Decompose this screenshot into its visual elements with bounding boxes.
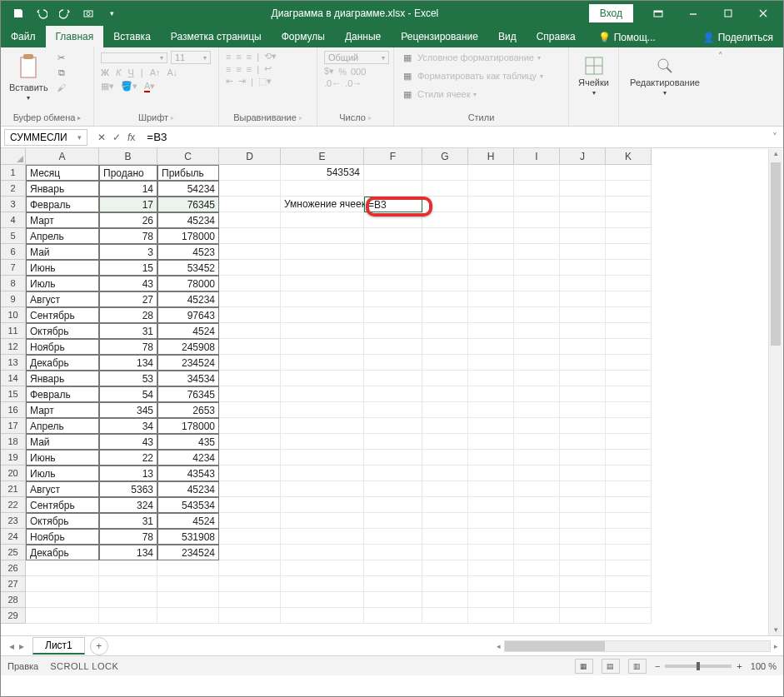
- cell[interactable]: 134: [99, 355, 157, 371]
- cell[interactable]: [606, 545, 652, 560]
- row-header[interactable]: 25: [1, 545, 26, 560]
- horizontal-scrollbar[interactable]: [504, 640, 771, 652]
- cell[interactable]: [219, 402, 281, 418]
- cell[interactable]: Июнь: [26, 450, 99, 465]
- cell[interactable]: [560, 481, 606, 497]
- cell[interactable]: 15: [99, 260, 157, 276]
- formula-input[interactable]: [142, 129, 767, 145]
- cell[interactable]: [281, 418, 364, 434]
- tab-pagelayout[interactable]: Разметка страницы: [161, 26, 272, 47]
- cell[interactable]: 78: [99, 339, 157, 355]
- column-header[interactable]: B: [99, 148, 157, 165]
- cell[interactable]: [219, 371, 281, 386]
- spreadsheet-grid[interactable]: ABCDEFGHIJK 1МесяцПроданоПрибыль5435342Я…: [1, 148, 783, 635]
- cell[interactable]: [560, 529, 606, 545]
- cell[interactable]: [281, 465, 364, 481]
- cell[interactable]: Октябрь: [26, 513, 99, 529]
- row-header[interactable]: 8: [1, 276, 26, 291]
- column-header[interactable]: G: [422, 148, 468, 165]
- cell[interactable]: [514, 323, 560, 339]
- cell[interactable]: 78: [99, 529, 157, 545]
- cell[interactable]: 234524: [157, 545, 219, 560]
- redo-icon[interactable]: [56, 4, 74, 22]
- cell[interactable]: [606, 260, 652, 276]
- percent-icon[interactable]: %: [338, 67, 347, 77]
- cell[interactable]: [364, 434, 422, 450]
- cell-styles-button[interactable]: ▦Стили ячеек▾: [401, 87, 477, 101]
- cell[interactable]: [468, 608, 514, 624]
- cell[interactable]: [560, 276, 606, 291]
- cell[interactable]: [468, 260, 514, 276]
- cell[interactable]: [468, 497, 514, 513]
- cell[interactable]: [157, 608, 219, 624]
- vertical-scrollbar[interactable]: ▴ ▾: [768, 149, 782, 635]
- cell[interactable]: [606, 197, 652, 212]
- cell[interactable]: [560, 355, 606, 371]
- cell[interactable]: 34534: [157, 371, 219, 386]
- hscroll-right-icon[interactable]: ▸: [774, 642, 778, 650]
- cell[interactable]: [219, 592, 281, 608]
- row-header[interactable]: 21: [1, 481, 26, 497]
- merge-icon[interactable]: ⬚▾: [258, 76, 272, 87]
- cell[interactable]: [514, 165, 560, 181]
- cell[interactable]: 4523: [157, 244, 219, 260]
- cell[interactable]: 13: [99, 465, 157, 481]
- align-center-icon[interactable]: ≡: [236, 64, 241, 74]
- select-all-corner[interactable]: [1, 148, 26, 165]
- zoom-in-icon[interactable]: +: [737, 661, 742, 671]
- cell[interactable]: [560, 608, 606, 624]
- cell[interactable]: [514, 450, 560, 465]
- cell[interactable]: Ноябрь: [26, 529, 99, 545]
- row-header[interactable]: 4: [1, 212, 26, 228]
- sheet-tab[interactable]: Лист1: [32, 637, 85, 655]
- cell[interactable]: 34: [99, 418, 157, 434]
- cell[interactable]: [468, 276, 514, 291]
- cell[interactable]: 22: [99, 450, 157, 465]
- cell[interactable]: [364, 244, 422, 260]
- row-header[interactable]: 2: [1, 181, 26, 197]
- cell[interactable]: [560, 513, 606, 529]
- wrap-icon[interactable]: ↩: [264, 63, 272, 74]
- cell[interactable]: [606, 165, 652, 181]
- cell[interactable]: [364, 481, 422, 497]
- cell[interactable]: [219, 386, 281, 402]
- cell[interactable]: [422, 276, 468, 291]
- sheet-nav-next-icon[interactable]: ▸: [19, 640, 24, 652]
- cell[interactable]: [514, 386, 560, 402]
- cell[interactable]: [364, 560, 422, 576]
- zoom-out-icon[interactable]: −: [655, 661, 660, 671]
- align-right-icon[interactable]: ≡: [247, 64, 252, 74]
- cell[interactable]: [364, 545, 422, 560]
- cell[interactable]: [514, 465, 560, 481]
- column-header[interactable]: F: [364, 148, 422, 165]
- format-as-table-button[interactable]: ▦Форматировать как таблицу▾: [401, 69, 543, 82]
- cell[interactable]: [281, 371, 364, 386]
- cell[interactable]: 76345: [157, 386, 219, 402]
- cell[interactable]: [281, 386, 364, 402]
- cell[interactable]: 45234: [157, 291, 219, 307]
- cell[interactable]: [422, 339, 468, 355]
- cell[interactable]: [560, 244, 606, 260]
- cell[interactable]: 345: [99, 402, 157, 418]
- tab-view[interactable]: Вид: [488, 26, 527, 47]
- indent-dec-icon[interactable]: ⇤: [226, 76, 233, 87]
- cell[interactable]: [422, 576, 468, 592]
- cell[interactable]: [606, 465, 652, 481]
- increase-decimal-icon[interactable]: .0←: [324, 78, 341, 88]
- row-header[interactable]: 14: [1, 371, 26, 386]
- cell[interactable]: [468, 355, 514, 371]
- cell[interactable]: [468, 529, 514, 545]
- cell[interactable]: [514, 355, 560, 371]
- cell[interactable]: [514, 276, 560, 291]
- cell[interactable]: [606, 355, 652, 371]
- cell[interactable]: [606, 434, 652, 450]
- cell[interactable]: [560, 323, 606, 339]
- cell[interactable]: [281, 592, 364, 608]
- tab-data[interactable]: Данные: [335, 26, 391, 47]
- cell[interactable]: [468, 212, 514, 228]
- cell[interactable]: [468, 371, 514, 386]
- cell[interactable]: [560, 497, 606, 513]
- cell[interactable]: [281, 513, 364, 529]
- cell[interactable]: 17: [99, 197, 157, 212]
- cell[interactable]: Декабрь: [26, 545, 99, 560]
